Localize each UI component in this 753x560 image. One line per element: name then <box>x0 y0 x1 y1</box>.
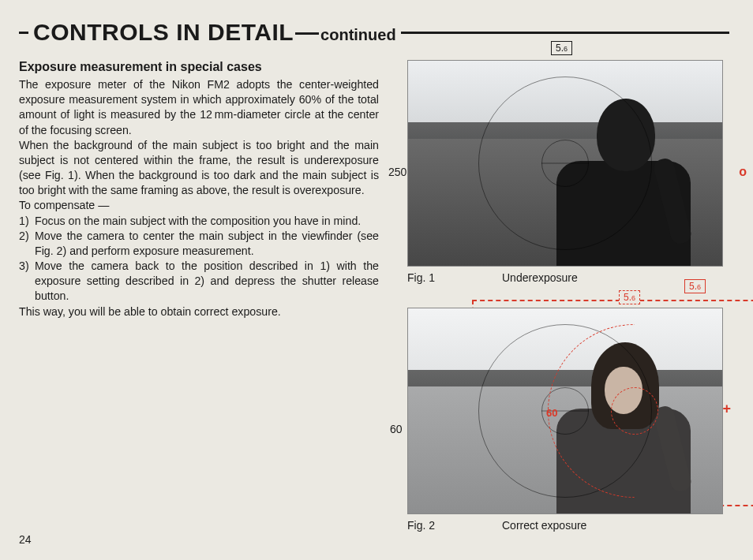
fig1-aperture-sub: 6 <box>564 45 568 53</box>
fig2-dashed-aperture-main: 5. <box>624 292 631 303</box>
step-3-text: Move the camera back to the position des… <box>35 259 379 304</box>
fig1-led-indicator: o <box>739 165 747 179</box>
rule-left <box>19 32 28 34</box>
fig2-led-indicator: + <box>722 401 731 417</box>
title-sub: continued <box>320 26 396 44</box>
step-2: 2) Move the camera to center the main su… <box>19 229 379 259</box>
manual-page: CONTROLS IN DETAIL — continued Exposure … <box>0 0 753 560</box>
fig1-aperture-main: 5. <box>556 43 564 54</box>
step-3-num: 3) <box>19 259 35 304</box>
step-2-text: Move the camera to center the main subje… <box>35 229 379 259</box>
content-columns: Exposure measurement in special cases Th… <box>19 60 729 532</box>
text-column: Exposure measurement in special cases Th… <box>19 60 379 532</box>
fig1-photo <box>407 60 723 267</box>
section-header: CONTROLS IN DETAIL — continued <box>19 19 729 46</box>
figures-column: 5.6 250 o Fig. 1 Underexpos <box>393 60 729 532</box>
closing-line: This way, you will be able to obtain cor… <box>19 304 379 319</box>
fig2-caption-row: Fig. 2 Correct exposure <box>407 519 729 532</box>
rule-right <box>401 32 729 34</box>
fig2-caption: Correct exposure <box>502 519 586 532</box>
paragraph-1: The exposure meter of the Nikon FM2 adop… <box>19 77 379 138</box>
fig2-dashed-aperture-sub-a: 6 <box>697 283 701 291</box>
fig1-shutter-speed: 250 <box>388 166 406 178</box>
body-text: The exposure meter of the Nikon FM2 adop… <box>19 77 379 319</box>
fig2-dashed-aperture-sub: 6 <box>631 294 635 302</box>
fig2-dashed-aperture-main-a: 5. <box>689 281 697 292</box>
figure-2: 5.6 60 60 <box>393 308 729 532</box>
fig1-aperture-readout-red: 5.6 <box>684 279 706 293</box>
step-1-text: Focus on the main subject with the compo… <box>35 214 379 229</box>
fig2-photo: 60 <box>407 308 723 514</box>
page-number: 24 <box>19 533 32 546</box>
fig1-label: Fig. 1 <box>407 271 470 284</box>
step-1: 1) Focus on the main subject with the co… <box>19 214 379 229</box>
title-dash: — <box>295 19 319 46</box>
subheading: Exposure measurement in special cases <box>19 60 379 74</box>
step-2-num: 2) <box>19 229 35 259</box>
fig2-label: Fig. 2 <box>407 519 470 532</box>
compensate-label: To compensate — <box>19 198 379 213</box>
figure-1: 5.6 250 o Fig. 1 Underexpos <box>393 60 729 284</box>
fig1-caption-row: Fig. 1 Underexposure <box>407 271 729 284</box>
title-main: CONTROLS IN DETAIL <box>33 19 294 46</box>
paragraph-2: When the background of the main subject … <box>19 138 379 199</box>
fig2-dashed-aperture-readout: 5.6 <box>619 290 640 304</box>
fig1-caption: Underexposure <box>502 271 578 284</box>
step-3: 3) Move the camera back to the position … <box>19 259 379 304</box>
step-1-num: 1) <box>19 214 35 229</box>
title-block: CONTROLS IN DETAIL — continued <box>28 19 401 46</box>
fig1-split-line <box>541 163 589 164</box>
fig1-aperture-readout: 5.6 <box>551 41 572 55</box>
fig2-shutter-speed: 60 <box>390 423 403 435</box>
fig2-dashed-shutter-speed: 60 <box>546 407 557 419</box>
